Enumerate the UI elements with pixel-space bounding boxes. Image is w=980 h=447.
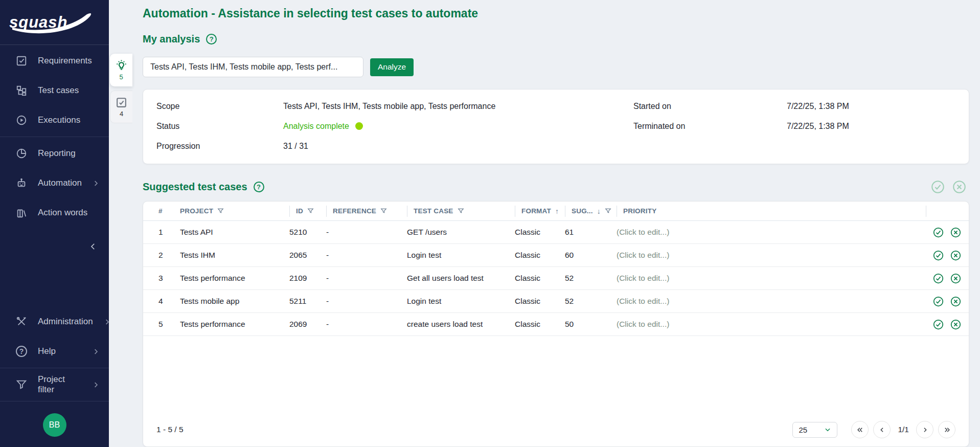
sidebar-item-executions[interactable]: Executions xyxy=(0,105,109,135)
priority-edit-cell[interactable]: (Click to edit...) xyxy=(617,228,926,237)
suggested-test-cases-table: # PROJECT ID REFERENCE TEST CASE xyxy=(143,201,969,447)
sidebar-item-automation[interactable]: Automation xyxy=(0,168,109,198)
table-row[interactable]: 1 Tests API 5210 - GET /users Classic 61… xyxy=(143,221,969,244)
help-icon[interactable]: ? xyxy=(254,182,264,192)
accept-icon[interactable] xyxy=(933,296,944,307)
row-actions xyxy=(926,250,969,261)
priority-edit-cell[interactable]: (Click to edit...) xyxy=(617,251,926,260)
row-number: 5 xyxy=(158,320,180,329)
page-size-select[interactable]: 25 xyxy=(792,422,837,438)
library-icon xyxy=(15,207,28,219)
priority-edit-cell[interactable]: (Click to edit...) xyxy=(617,297,926,306)
started-value: 7/22/25, 1:38 PM xyxy=(787,102,955,111)
scope-input[interactable] xyxy=(143,57,363,77)
test-case-cell: Login test xyxy=(407,251,515,260)
reject-icon[interactable] xyxy=(950,227,961,238)
sidebar-item-administration[interactable]: Administration xyxy=(0,307,109,337)
id-cell: 2065 xyxy=(289,251,326,260)
accept-icon[interactable] xyxy=(933,250,944,261)
next-page-button[interactable] xyxy=(916,421,933,438)
sug-cell: 61 xyxy=(565,228,617,237)
col-header-num: # xyxy=(158,206,180,217)
sidebar-item-label: Executions xyxy=(38,115,80,125)
first-page-button[interactable] xyxy=(851,421,869,438)
id-cell: 2109 xyxy=(289,274,326,283)
sidebar-item-label: Action words xyxy=(38,208,87,218)
avatar-row: BB xyxy=(0,403,109,447)
rail-tab-validated[interactable]: 4 xyxy=(110,91,132,123)
my-analysis-header: My analysis ? xyxy=(143,33,969,45)
progression-value: 31 / 31 xyxy=(283,142,633,151)
last-page-button[interactable] xyxy=(938,421,955,438)
filter-icon xyxy=(307,208,314,214)
table-row[interactable]: 3 Tests performance 2109 - Get all users… xyxy=(143,267,969,290)
help-circle-icon: ? xyxy=(15,345,28,357)
reference-cell: - xyxy=(326,320,407,329)
page-indicator: 1/1 xyxy=(898,425,909,434)
col-header-reference[interactable]: REFERENCE xyxy=(326,206,407,217)
project-cell: Tests mobile app xyxy=(180,297,289,306)
test-case-cell: create users load test xyxy=(407,320,515,329)
analysis-info-card: Scope Tests API, Tests IHM, Tests mobile… xyxy=(143,89,969,164)
project-cell: Tests IHM xyxy=(180,251,289,260)
format-cell: Classic xyxy=(515,297,565,306)
reject-all-icon[interactable] xyxy=(952,180,966,194)
sidebar-item-requirements[interactable]: Requirements xyxy=(0,46,109,76)
table-row[interactable]: 2 Tests IHM 2065 - Login test Classic 60… xyxy=(143,244,969,267)
accept-all-icon[interactable] xyxy=(931,180,945,194)
accept-icon[interactable] xyxy=(933,227,944,238)
reference-cell: - xyxy=(326,251,407,260)
table-footer: 1 - 5 / 5 25 1/1 xyxy=(143,413,969,446)
analyze-button[interactable]: Analyze xyxy=(370,58,414,76)
suggested-test-cases-header: Suggested test cases ? xyxy=(143,180,969,194)
play-circle-icon xyxy=(15,114,28,126)
app-logo[interactable]: squash xyxy=(0,0,109,45)
status-label: Status xyxy=(156,122,283,131)
avatar[interactable]: BB xyxy=(43,413,66,437)
sidebar-item-label: Project filter xyxy=(38,374,82,395)
sidebar-item-label: Test cases xyxy=(38,85,79,96)
terminated-label: Terminated on xyxy=(633,122,787,131)
tree-icon xyxy=(15,84,28,97)
table-row[interactable]: 5 Tests performance 2069 - create users … xyxy=(143,313,969,336)
reject-icon[interactable] xyxy=(950,296,961,307)
status-dot-icon xyxy=(355,122,363,130)
row-number: 4 xyxy=(158,297,180,306)
accept-icon[interactable] xyxy=(933,319,944,330)
sidebar-item-test-cases[interactable]: Test cases xyxy=(0,76,109,105)
reject-icon[interactable] xyxy=(950,273,961,284)
col-header-priority[interactable]: PRIORITY xyxy=(617,206,926,217)
sidebar-item-project-filter[interactable]: Project filter xyxy=(0,370,109,399)
col-header-id[interactable]: ID xyxy=(289,206,326,217)
sidebar-divider xyxy=(0,401,109,401)
col-header-test-case[interactable]: TEST CASE xyxy=(407,206,515,217)
sidebar-item-help[interactable]: ? Help xyxy=(0,337,109,366)
col-header-project[interactable]: PROJECT xyxy=(180,206,289,217)
scope-label: Scope xyxy=(156,102,283,111)
reject-icon[interactable] xyxy=(950,250,961,261)
prev-page-button[interactable] xyxy=(873,421,891,438)
requirements-checkbox-icon xyxy=(15,55,28,67)
priority-edit-cell[interactable]: (Click to edit...) xyxy=(617,320,926,329)
format-cell: Classic xyxy=(515,274,565,283)
double-chevron-right-icon xyxy=(943,426,951,434)
col-header-sug[interactable]: SUG... ↓ xyxy=(565,206,617,217)
sidebar-item-label: Help xyxy=(38,346,56,356)
reject-icon[interactable] xyxy=(950,319,961,330)
chevron-down-icon xyxy=(824,426,831,433)
sidebar-collapse-button[interactable] xyxy=(0,233,109,260)
col-header-format[interactable]: FORMAT ↑ xyxy=(515,206,565,217)
sidebar-item-label: Reporting xyxy=(38,148,76,159)
info-row-status: Status Analysis complete Terminated on 7… xyxy=(156,116,955,136)
sidebar-item-action-words[interactable]: Action words xyxy=(0,198,109,228)
help-icon[interactable]: ? xyxy=(206,34,217,44)
project-cell: Tests performance xyxy=(180,274,289,283)
sug-cell: 52 xyxy=(565,274,617,283)
priority-edit-cell[interactable]: (Click to edit...) xyxy=(617,274,926,283)
reference-cell: - xyxy=(326,228,407,237)
sidebar-item-reporting[interactable]: Reporting xyxy=(0,139,109,168)
rail-tab-suggestions[interactable]: 5 xyxy=(110,54,132,86)
table-row[interactable]: 4 Tests mobile app 5211 - Login test Cla… xyxy=(143,290,969,313)
status-value: Analysis complete xyxy=(283,122,633,131)
accept-icon[interactable] xyxy=(933,273,944,284)
